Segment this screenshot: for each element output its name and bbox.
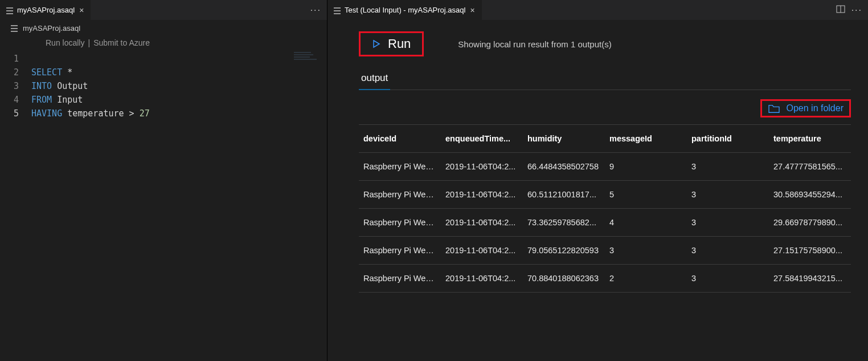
table-cell: 2019-11-06T04:2...	[441, 237, 523, 265]
table-row[interactable]: Raspberry Pi Web ...2019-11-06T04:2...73…	[359, 209, 851, 237]
results-tab[interactable]: Test (Local Input) - myASAProj.asaql ×	[327, 0, 482, 20]
table-cell: Raspberry Pi Web ...	[359, 209, 441, 237]
run-locally-link[interactable]: Run locally	[46, 38, 84, 47]
table-cell: 3	[687, 265, 769, 293]
open-in-folder-label: Open in folder	[786, 103, 844, 113]
breadcrumb-title: myASAProj.asaql	[23, 24, 80, 33]
table-cell: Raspberry Pi Web ...	[359, 265, 441, 293]
code-line[interactable]: 4FROM Input	[0, 93, 327, 107]
editor-code-lens: Run locally | Submit to Azure	[0, 36, 327, 50]
table-cell: Raspberry Pi Web ...	[359, 181, 441, 209]
status-text: Showing local run result from 1 output(s…	[458, 39, 611, 49]
table-cell: 2019-11-06T04:2...	[441, 153, 523, 181]
file-icon	[10, 24, 18, 33]
table-header-row: deviceIdenqueuedTime...humiditymessageId…	[359, 125, 851, 153]
table-cell: 27.58419943215...	[769, 265, 851, 293]
table-cell: 79.0565122820593	[523, 237, 605, 265]
table-cell: 5	[605, 181, 687, 209]
table-cell: 29.66978779890...	[769, 209, 851, 237]
tab-output[interactable]: output	[359, 68, 390, 90]
column-header[interactable]: humidity	[523, 125, 605, 153]
column-header[interactable]: deviceId	[359, 125, 441, 153]
table-cell: 3	[687, 181, 769, 209]
output-tabs: output	[359, 68, 851, 90]
column-header[interactable]: partitionId	[687, 125, 769, 153]
line-number: 2	[0, 67, 31, 78]
results-table: deviceIdenqueuedTime...humiditymessageId…	[359, 124, 851, 293]
open-in-folder-button[interactable]: Open in folder	[760, 99, 851, 117]
code-line[interactable]: 2SELECT *	[0, 66, 327, 79]
code-line[interactable]: 5HAVING temperature > 27	[0, 107, 327, 120]
column-header[interactable]: messageId	[605, 125, 687, 153]
run-button-label: Run	[388, 36, 411, 51]
editor-tab[interactable]: myASAProj.asaql ×	[0, 0, 91, 20]
column-header[interactable]: temperature	[769, 125, 851, 153]
table-cell: 3	[687, 237, 769, 265]
table-row[interactable]: Raspberry Pi Web ...2019-11-06T04:2...60…	[359, 181, 851, 209]
column-header[interactable]: enqueuedTime...	[441, 125, 523, 153]
line-number: 1	[0, 54, 31, 64]
table-cell: 4	[605, 209, 687, 237]
code-editor[interactable]: 12SELECT *3INTO Output4FROM Input5HAVING…	[0, 50, 327, 361]
table-cell: 2019-11-06T04:2...	[441, 265, 523, 293]
folder-icon	[768, 103, 780, 113]
table-row[interactable]: Raspberry Pi Web ...2019-11-06T04:2...70…	[359, 265, 851, 293]
separator: |	[88, 38, 90, 47]
table-cell: 27.47777581565...	[769, 153, 851, 181]
editor-pane: myASAProj.asaql × ··· myASAProj.asaql Ru…	[0, 0, 327, 361]
table-cell: 70.8840188062363	[523, 265, 605, 293]
play-icon	[372, 39, 381, 48]
results-body: Run Showing local run result from 1 outp…	[327, 20, 868, 361]
run-button[interactable]: Run	[359, 31, 424, 56]
results-tab-title: Test (Local Input) - myASAProj.asaql	[345, 6, 465, 14]
editor-tab-title: myASAProj.asaql	[17, 6, 75, 14]
minimap[interactable]	[294, 52, 322, 63]
submit-azure-link[interactable]: Submit to Azure	[93, 38, 150, 47]
table-cell: 3	[605, 237, 687, 265]
close-icon[interactable]: ×	[78, 6, 85, 15]
file-icon	[6, 6, 14, 14]
results-tabbar: Test (Local Input) - myASAProj.asaql × ·…	[327, 0, 868, 20]
table-cell: Raspberry Pi Web ...	[359, 153, 441, 181]
line-number: 3	[0, 81, 31, 91]
table-cell: 2	[605, 265, 687, 293]
line-number: 4	[0, 95, 31, 105]
table-cell: 3	[687, 153, 769, 181]
table-row[interactable]: Raspberry Pi Web ...2019-11-06T04:2...79…	[359, 237, 851, 265]
table-cell: Raspberry Pi Web ...	[359, 237, 441, 265]
editor-tabbar: myASAProj.asaql × ···	[0, 0, 327, 20]
table-cell: 2019-11-06T04:2...	[441, 181, 523, 209]
more-icon[interactable]: ···	[310, 5, 321, 15]
split-editor-icon[interactable]	[836, 5, 845, 15]
editor-breadcrumb: myASAProj.asaql	[0, 20, 327, 36]
code-line[interactable]: 3INTO Output	[0, 79, 327, 93]
table-cell: 60.51121001817...	[523, 181, 605, 209]
results-pane: Test (Local Input) - myASAProj.asaql × ·…	[327, 0, 868, 361]
table-cell: 73.36259785682...	[523, 209, 605, 237]
table-cell: 3	[687, 209, 769, 237]
table-row[interactable]: Raspberry Pi Web ...2019-11-06T04:2...66…	[359, 153, 851, 181]
file-icon	[333, 6, 341, 14]
table-cell: 27.15175758900...	[769, 237, 851, 265]
table-cell: 66.4484358502758	[523, 153, 605, 181]
code-line[interactable]: 1	[0, 52, 327, 66]
close-icon[interactable]: ×	[469, 6, 476, 15]
table-cell: 9	[605, 153, 687, 181]
table-cell: 2019-11-06T04:2...	[441, 209, 523, 237]
table-cell: 30.58693455294...	[769, 181, 851, 209]
more-icon[interactable]: ···	[851, 5, 862, 15]
line-number: 5	[0, 108, 31, 119]
